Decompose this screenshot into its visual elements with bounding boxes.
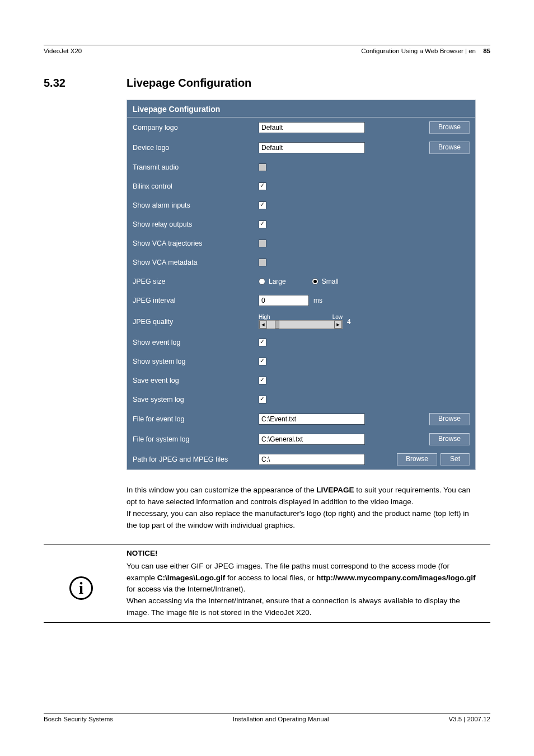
browse-button-file-system-log[interactable]: Browse xyxy=(429,433,470,445)
checkbox-show-relay-outputs[interactable] xyxy=(259,220,266,228)
radio-jpeg-small[interactable] xyxy=(312,278,318,285)
section-number: 5.32 xyxy=(44,77,127,90)
label-show-vca-trajectories: Show VCA trajectories xyxy=(133,240,259,247)
label-jpeg-interval: JPEG interval xyxy=(133,297,259,304)
section-title: Livepage Configuration xyxy=(127,77,251,90)
checkbox-show-vca-metadata[interactable] xyxy=(259,259,266,266)
label-save-event-log: Save event log xyxy=(133,377,259,384)
checkbox-bilinx-control[interactable] xyxy=(259,182,266,190)
radio-jpeg-large[interactable] xyxy=(259,278,265,285)
page-footer: Bosch Security Systems Installation and … xyxy=(44,713,490,722)
slider-jpeg-quality[interactable]: HighLow ◄ ► xyxy=(259,314,343,329)
checkbox-show-system-log[interactable] xyxy=(259,358,266,365)
label-show-relay-outputs: Show relay outputs xyxy=(133,220,259,228)
checkbox-show-vca-trajectories[interactable] xyxy=(259,240,266,247)
header-right: Configuration Using a Web Browser | en 8… xyxy=(361,48,490,54)
row-file-event-log: File for event log Browse xyxy=(127,409,475,429)
slider-thumb[interactable] xyxy=(275,321,279,328)
label-show-vca-metadata: Show VCA metadata xyxy=(133,259,259,266)
row-company-logo: Company logo Browse xyxy=(127,118,475,138)
notice-paragraph-2: When accessing via the Internet/Intranet… xyxy=(127,595,476,619)
section-heading: 5.32 Livepage Configuration xyxy=(44,77,490,90)
jpeg-quality-value: 4 xyxy=(347,318,351,326)
label-show-event-log: Show event log xyxy=(133,339,259,346)
set-button-path-files[interactable]: Set xyxy=(441,453,470,466)
label-company-logo: Company logo xyxy=(133,124,259,132)
unit-ms: ms xyxy=(313,297,322,304)
label-device-logo: Device logo xyxy=(133,144,259,152)
footer-center: Installation and Operating Manual xyxy=(233,716,329,722)
body-text: In this window you can customize the app… xyxy=(127,485,476,532)
slider-right-icon[interactable]: ► xyxy=(334,321,342,328)
label-jpeg-size: JPEG size xyxy=(133,278,259,285)
label-file-system-log: File for system log xyxy=(133,435,259,443)
input-jpeg-interval[interactable] xyxy=(259,295,309,306)
checkbox-transmit-audio[interactable] xyxy=(259,163,266,171)
page-header: VideoJet X20 Configuration Using a Web B… xyxy=(44,48,490,54)
row-jpeg-size: JPEG size Large Small xyxy=(127,272,475,291)
livepage-config-panel: Livepage Configuration Company logo Brow… xyxy=(127,100,476,470)
row-path-files: Path for JPEG and MPEG files Browse Set xyxy=(127,449,475,469)
checkbox-show-event-log[interactable] xyxy=(259,339,266,346)
row-device-logo: Device logo Browse xyxy=(127,138,475,158)
panel-title: Livepage Configuration xyxy=(127,100,475,118)
checkbox-show-alarm-inputs[interactable] xyxy=(259,201,266,209)
browse-button-company-logo[interactable]: Browse xyxy=(429,121,470,134)
browse-button-device-logo[interactable]: Browse xyxy=(429,142,470,154)
input-device-logo[interactable] xyxy=(259,142,365,153)
label-path-files: Path for JPEG and MPEG files xyxy=(133,456,259,463)
checkbox-save-system-log[interactable] xyxy=(259,396,266,403)
page-number: 85 xyxy=(483,48,490,54)
input-company-logo[interactable] xyxy=(259,122,365,133)
row-jpeg-quality: JPEG quality HighLow ◄ ► 4 xyxy=(127,310,475,333)
input-file-event-log[interactable] xyxy=(259,414,365,425)
notice-rule xyxy=(44,544,490,544)
info-icon: i xyxy=(44,548,127,619)
footer-left: Bosch Security Systems xyxy=(44,716,113,722)
label-bilinx-control: Bilinx control xyxy=(133,182,259,190)
label-show-alarm-inputs: Show alarm inputs xyxy=(133,201,259,209)
header-left: VideoJet X20 xyxy=(44,48,82,54)
notice-rule-bottom xyxy=(44,622,490,623)
label-file-event-log: File for event log xyxy=(133,415,259,423)
label-transmit-audio: Transmit audio xyxy=(133,163,259,171)
label-show-system-log: Show system log xyxy=(133,358,259,365)
checkbox-save-event-log[interactable] xyxy=(259,377,266,384)
notice-title: NOTICE! xyxy=(127,548,476,560)
header-rule xyxy=(44,45,490,45)
slider-left-icon[interactable]: ◄ xyxy=(259,321,267,328)
browse-button-path-files[interactable]: Browse xyxy=(397,453,437,466)
notice-paragraph-1: You can use either GIF or JPEG images. T… xyxy=(127,561,476,596)
notice-block: i NOTICE! You can use either GIF or JPEG… xyxy=(44,548,490,619)
input-file-system-log[interactable] xyxy=(259,434,365,445)
browse-button-file-event-log[interactable]: Browse xyxy=(429,413,470,425)
row-file-system-log: File for system log Browse xyxy=(127,429,475,449)
input-path-files[interactable] xyxy=(259,454,365,465)
label-save-system-log: Save system log xyxy=(133,396,259,403)
footer-right: V3.5 | 2007.12 xyxy=(448,716,490,722)
row-jpeg-interval: JPEG interval ms xyxy=(127,291,475,310)
label-jpeg-quality: JPEG quality xyxy=(133,318,259,326)
